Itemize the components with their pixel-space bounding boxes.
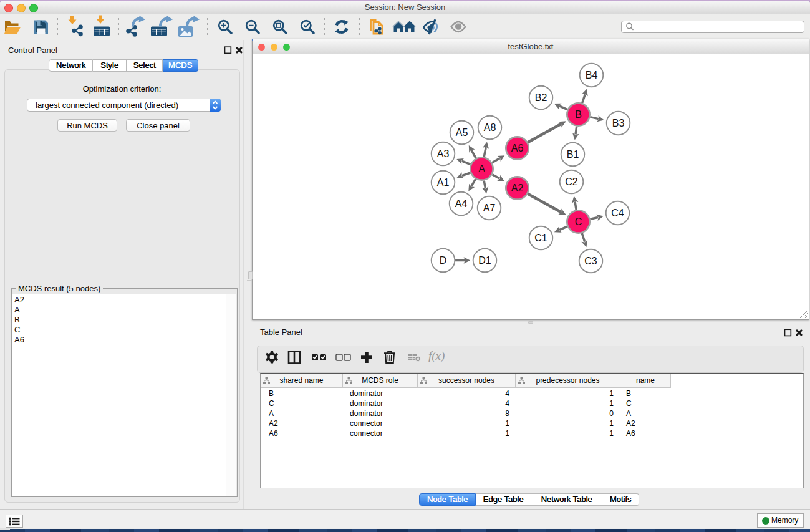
svg-text:A4: A4 (455, 198, 468, 209)
svg-text:A2: A2 (511, 183, 524, 193)
svg-text:C2: C2 (565, 177, 578, 187)
svg-text:A7: A7 (483, 203, 496, 213)
svg-text:B2: B2 (535, 92, 547, 103)
svg-text:A1: A1 (437, 177, 450, 188)
svg-text:B4: B4 (586, 70, 598, 80)
svg-text:A3: A3 (437, 148, 450, 159)
svg-text:C1: C1 (534, 233, 547, 243)
svg-text:D: D (440, 255, 447, 266)
svg-text:C4: C4 (611, 208, 624, 218)
svg-text:B3: B3 (612, 118, 625, 128)
svg-text:A8: A8 (484, 122, 496, 133)
svg-text:C3: C3 (584, 256, 597, 266)
svg-text:B: B (575, 109, 582, 120)
svg-text:B1: B1 (567, 149, 579, 160)
svg-text:C: C (575, 216, 582, 227)
svg-text:D1: D1 (478, 255, 491, 266)
svg-text:A: A (478, 163, 485, 174)
svg-text:A5: A5 (456, 127, 468, 138)
svg-text:A6: A6 (511, 143, 524, 153)
